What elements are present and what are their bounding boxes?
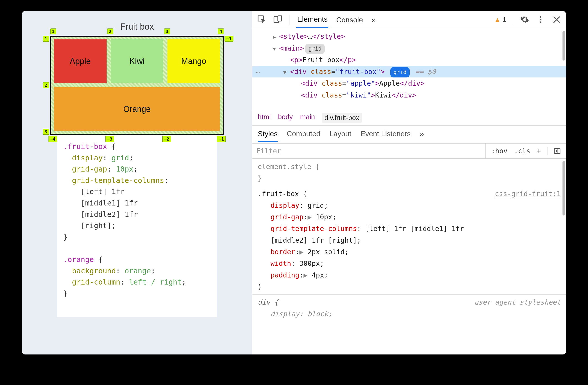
grid-col-label: −4 xyxy=(48,136,57,142)
tab-elements[interactable]: Elements xyxy=(296,11,328,28)
grid-row-label: 3 xyxy=(43,129,49,135)
grid-col-label: 4 xyxy=(218,28,224,34)
styles-filter-row: :hov .cls + xyxy=(252,144,566,159)
close-icon[interactable] xyxy=(552,15,561,24)
new-rule-button[interactable]: + xyxy=(537,147,541,155)
subtab-computed[interactable]: Computed xyxy=(287,130,320,142)
page-preview-pane: Fruit box Apple Kiwi Mango Orange 1 2 3 … xyxy=(22,11,252,354)
subtab-styles[interactable]: Styles xyxy=(258,130,278,142)
filter-input[interactable] xyxy=(252,144,485,158)
source-link[interactable]: css-grid-fruit:1 xyxy=(495,188,561,200)
toolbar-separator xyxy=(513,15,513,25)
dom-node: <div class="apple">Apple</div> xyxy=(252,77,566,89)
grid-col-label: 1 xyxy=(50,28,56,34)
grid-cell-apple[interactable]: Apple xyxy=(54,39,106,83)
grid-row-label: 1 xyxy=(43,36,49,42)
device-toolbar-icon[interactable] xyxy=(273,15,282,24)
svg-point-4 xyxy=(540,19,542,20)
devtools-window: Fruit box Apple Kiwi Mango Orange 1 2 3 … xyxy=(22,11,566,354)
warning-badge[interactable]: ▲ 1 xyxy=(494,16,506,23)
tab-console[interactable]: Console xyxy=(335,12,364,28)
cls-toggle[interactable]: .cls xyxy=(514,147,530,155)
grid-badge[interactable]: grid xyxy=(305,44,325,54)
dom-tree[interactable]: ▶<style>…</style> ▼<main>grid <p>Fruit b… xyxy=(252,28,566,110)
settings-icon[interactable] xyxy=(520,15,529,24)
css-rule-ua[interactable]: user agent stylesheet div { xyxy=(258,296,561,308)
scrollbar[interactable] xyxy=(563,161,565,215)
svg-rect-2 xyxy=(278,16,282,21)
dom-node: <p>Fruit box</p> xyxy=(252,54,566,66)
page-title: Fruit box xyxy=(120,22,154,32)
kebab-menu-icon[interactable] xyxy=(536,15,545,24)
subtab-event-listeners[interactable]: Event Listeners xyxy=(360,130,411,142)
warning-icon: ▲ xyxy=(494,16,501,23)
breadcrumb-current[interactable]: div.fruit-box xyxy=(322,113,362,123)
element-style-rule[interactable]: element.style { xyxy=(258,161,561,172)
dom-node-selected[interactable]: ▼<div class="fruit-box"> grid == $0 xyxy=(252,66,566,78)
grid-col-label: 3 xyxy=(164,28,170,34)
grid-row-label: 2 xyxy=(43,82,49,88)
toolbar-separator xyxy=(289,15,290,25)
subtab-layout[interactable]: Layout xyxy=(330,130,351,142)
grid-col-label: 2 xyxy=(107,28,113,34)
grid-cell-mango[interactable]: Mango xyxy=(167,39,220,83)
hover-toggle[interactable]: :hov xyxy=(491,147,507,155)
grid-cell-orange[interactable]: Orange xyxy=(54,87,220,131)
tabs-overflow[interactable]: » xyxy=(371,12,377,28)
svg-point-3 xyxy=(540,16,542,18)
breadcrumb[interactable]: html body main div.fruit-box xyxy=(252,110,566,126)
code-snippet: .fruit-box { display: grid; grid-gap: 10… xyxy=(57,135,217,317)
subtabs-overflow[interactable]: » xyxy=(420,130,424,142)
grid-row-label: −1 xyxy=(225,36,233,42)
dom-node: ▼<main>grid xyxy=(252,42,566,54)
grid-demo[interactable]: Apple Kiwi Mango Orange 1 2 3 4 1 2 3 −1… xyxy=(50,36,224,135)
console-ref: == $0 xyxy=(415,68,436,76)
svg-rect-6 xyxy=(555,148,560,153)
css-rule[interactable]: css-grid-fruit:1 .fruit-box { xyxy=(258,188,561,200)
grid-badge-active[interactable]: grid xyxy=(390,67,410,77)
breadcrumb-item[interactable]: main xyxy=(300,113,315,123)
dom-node: ▶<style>…</style> xyxy=(252,31,566,42)
grid-col-label: −1 xyxy=(217,136,226,142)
grid-col-label: −2 xyxy=(162,136,171,142)
grid-cell-kiwi[interactable]: Kiwi xyxy=(111,39,163,83)
breadcrumb-item[interactable]: body xyxy=(278,113,293,123)
styles-panel[interactable]: element.style { } css-grid-fruit:1 .frui… xyxy=(252,159,566,354)
toggle-sidebar-icon[interactable] xyxy=(554,148,561,154)
dom-node: <div class="kiwi">Kiwi</div> xyxy=(252,89,566,101)
styles-subtabs: Styles Computed Layout Event Listeners » xyxy=(252,126,566,144)
svg-point-5 xyxy=(540,21,542,23)
breadcrumb-item[interactable]: html xyxy=(258,113,271,123)
ua-stylesheet-label: user agent stylesheet xyxy=(474,296,561,308)
warning-count: 1 xyxy=(502,16,506,23)
grid-col-label: −3 xyxy=(105,136,114,142)
inspect-element-icon[interactable] xyxy=(257,15,266,24)
devtools-toolbar: Elements Console » ▲ 1 xyxy=(252,11,566,28)
devtools-pane: Elements Console » ▲ 1 ▶<style>…</style>… xyxy=(252,11,566,354)
